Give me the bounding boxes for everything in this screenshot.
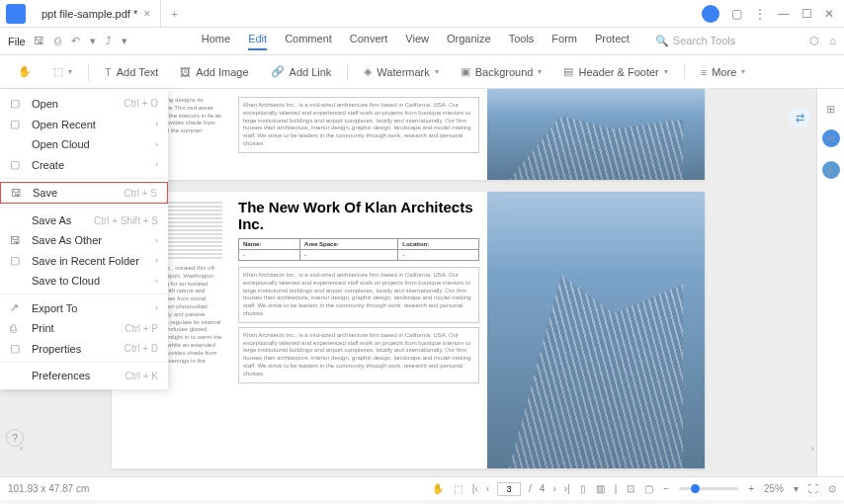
expand-icon[interactable]: ⌂ xyxy=(829,35,836,47)
maximize-icon[interactable]: ☐ xyxy=(802,7,812,21)
close-tab-icon[interactable]: × xyxy=(143,7,150,21)
fit-page-icon[interactable]: ▢ xyxy=(644,483,653,494)
minimize-icon[interactable]: — xyxy=(778,7,790,21)
file-dropdown-menu: ▢OpenCtrl + O▢Open Recent›Open Cloud›▢Cr… xyxy=(0,89,168,389)
view-cont-icon[interactable]: ▥ xyxy=(596,483,605,494)
user-avatar[interactable] xyxy=(702,5,719,23)
print-icon[interactable]: ⎙ xyxy=(54,35,61,47)
properties-icon[interactable]: ⊞ xyxy=(826,103,835,116)
read-mode-icon[interactable]: ⊙ xyxy=(828,483,836,494)
more-button[interactable]: ≡More▾ xyxy=(693,62,753,82)
fit-width-icon[interactable]: ⊡ xyxy=(627,483,634,494)
search-icon: 🔍 xyxy=(655,35,669,47)
tab-protect[interactable]: Protect xyxy=(595,33,630,50)
info-table: Name:Area Space:Location:--- xyxy=(238,238,479,261)
add-tab-button[interactable]: + xyxy=(161,8,187,20)
first-page-icon[interactable]: |‹ xyxy=(472,483,478,494)
menu-item-save[interactable]: 🖫SaveCtrl + S xyxy=(0,182,168,204)
share-icon[interactable]: ⤴ xyxy=(106,35,112,47)
file-menu-button[interactable]: File xyxy=(8,36,26,47)
redo-icon[interactable]: ▾ xyxy=(90,35,96,47)
tab-comment[interactable]: Comment xyxy=(285,33,332,50)
search-placeholder: Search Tools xyxy=(673,35,735,47)
menu-item-properties[interactable]: ▢PropertiesCtrl + D xyxy=(0,338,168,359)
document-tab[interactable]: ppt file-sample.pdf * × xyxy=(32,0,161,27)
menu-item-create[interactable]: ▢Create› xyxy=(0,154,168,175)
scroll-left-icon[interactable]: ‹ xyxy=(20,442,24,454)
header-footer-button[interactable]: ▤Header & Footer▾ xyxy=(555,61,675,82)
zoom-in-icon[interactable]: + xyxy=(748,483,754,494)
scroll-right-icon[interactable]: › xyxy=(810,442,814,454)
document-page-1[interactable]: and passive building designs its interna… xyxy=(112,89,705,180)
save-icon[interactable]: 🖫 xyxy=(34,35,44,47)
zoom-value: 25% xyxy=(764,483,784,494)
float-convert-icon[interactable]: ⇄ xyxy=(789,107,810,128)
undo-icon[interactable]: ↶ xyxy=(71,35,80,47)
tab-home[interactable]: Home xyxy=(202,33,230,50)
tab-form[interactable]: Form xyxy=(551,33,577,50)
tab-tools[interactable]: Tools xyxy=(509,33,535,50)
search-tools[interactable]: 🔍 Search Tools xyxy=(655,35,735,47)
ai-icon[interactable]: AI xyxy=(822,129,840,147)
document-page-2[interactable]: Khan Architects Inc., created this off-g… xyxy=(112,192,705,468)
hand-tool[interactable]: ✋ xyxy=(10,61,40,82)
menu-item-save-as[interactable]: Save AsCtrl + Shift + S xyxy=(0,210,168,230)
next-page-icon[interactable]: › xyxy=(552,483,555,494)
select-status-icon[interactable]: ⬚ xyxy=(454,483,463,494)
right-sidepanel: ⊞ AI A xyxy=(816,89,844,476)
menu-item-preferences[interactable]: PreferencesCtrl + K xyxy=(0,366,168,385)
tab-convert[interactable]: Convert xyxy=(350,33,388,50)
menu-item-open[interactable]: ▢OpenCtrl + O xyxy=(0,93,168,114)
hand-status-icon[interactable]: ✋ xyxy=(432,483,444,494)
add-image-button[interactable]: 🖼Add Image xyxy=(172,62,256,82)
page-input[interactable] xyxy=(497,482,521,496)
add-text-button[interactable]: TAdd Text xyxy=(97,62,166,82)
tab-view[interactable]: View xyxy=(405,33,429,50)
page-heading: The New Work Of Klan Architects Inc. xyxy=(238,200,479,232)
last-page-icon[interactable]: ›| xyxy=(564,483,570,494)
menu-item-open-recent[interactable]: ▢Open Recent› xyxy=(0,114,168,134)
tab-edit[interactable]: Edit xyxy=(248,33,267,50)
select-tool[interactable]: ⬚▾ xyxy=(45,61,80,82)
qat-more-icon[interactable]: ▾ xyxy=(122,35,127,47)
kebab-icon[interactable]: ⋮ xyxy=(754,7,766,21)
menu-item-export-to[interactable]: ↗Export To› xyxy=(0,297,168,318)
menu-item-save-in-recent-folder[interactable]: ▢Save in Recent Folder› xyxy=(0,250,168,271)
watermark-button[interactable]: ◈Watermark▾ xyxy=(356,61,446,82)
assist-icon[interactable]: A xyxy=(822,161,840,179)
menu-item-save-to-cloud[interactable]: Save to Cloud› xyxy=(0,271,168,291)
close-window-icon[interactable]: ✕ xyxy=(824,7,834,21)
add-link-button[interactable]: 🔗Add Link xyxy=(263,61,340,82)
app-icon xyxy=(6,4,26,24)
cloud-icon[interactable]: ⬡ xyxy=(809,35,819,47)
view-single-icon[interactable]: ▯ xyxy=(580,483,586,494)
tab-title: ppt file-sample.pdf * xyxy=(42,8,137,20)
page-navigator: |‹ ‹ /4 › ›| xyxy=(472,482,570,496)
zoom-slider[interactable] xyxy=(679,487,738,490)
zoom-out-icon[interactable]: − xyxy=(663,483,669,494)
prev-page-icon[interactable]: ‹ xyxy=(486,483,489,494)
menu-item-print[interactable]: ⎙PrintCtrl + P xyxy=(0,318,168,338)
tab-organize[interactable]: Organize xyxy=(447,33,491,50)
fullscreen-icon[interactable]: ⛶ xyxy=(808,483,818,494)
dimensions-label: 101.93 x 47.87 cm xyxy=(8,483,89,494)
background-button[interactable]: ▣Background▾ xyxy=(453,61,550,82)
menu-item-save-as-other[interactable]: 🖫Save As Other› xyxy=(0,230,168,250)
window-icon[interactable]: ▢ xyxy=(731,7,742,21)
menu-item-open-cloud[interactable]: Open Cloud› xyxy=(0,134,168,154)
